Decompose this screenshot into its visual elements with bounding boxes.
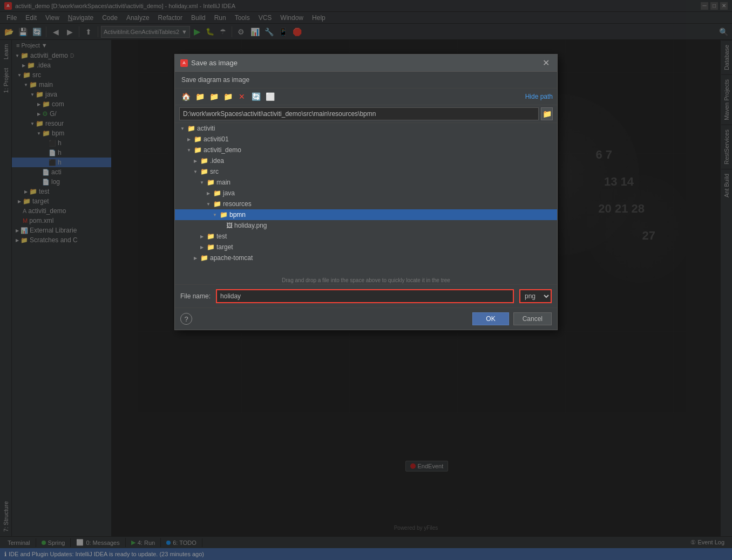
drag-drop-hint: Drag and drop a file into the space abov…: [282, 277, 450, 283]
tree-item-label: src: [210, 168, 219, 175]
folder-icon: 📁: [194, 135, 202, 143]
dialog-title-text: Save as image: [191, 59, 238, 67]
folder-icon: 📁: [200, 157, 208, 165]
tree-item-label: .idea: [210, 157, 224, 165]
folder-icon: 📁: [200, 254, 208, 262]
folder-icon: 📁: [213, 200, 221, 208]
tree-arrow: ▼: [192, 169, 199, 174]
dialog-ok-button[interactable]: OK: [472, 312, 509, 325]
tree-arrow: ▶: [205, 191, 212, 196]
dialog-path-row: 📁: [175, 105, 557, 123]
dialog-tree-activiti[interactable]: ▼ 📁 activiti: [175, 123, 557, 134]
tree-arrow: [218, 223, 225, 228]
tree-item-label: holiday.png: [234, 222, 267, 229]
file-name-input[interactable]: [216, 289, 514, 303]
tree-arrow: ▶: [199, 234, 205, 239]
tree-item-label: apache-tomcat: [210, 254, 253, 262]
dialog-tb-delete[interactable]: ✕: [235, 91, 248, 103]
dialog-tree-scroll[interactable]: ▼ 📁 activiti ▶ 📁 activiti01 ▼ 📁 activiti…: [175, 123, 557, 284]
dialog-filename-row: File name: png jpg svg gif: [175, 285, 557, 308]
dialog-tree-apache-tomcat[interactable]: ▶ 📁 apache-tomcat: [175, 252, 557, 263]
dialog-tree-holiday-png[interactable]: 🖼 holiday.png: [175, 220, 557, 231]
tree-arrow: ▼: [212, 213, 218, 217]
dialog-tb-folder3[interactable]: 📁: [221, 91, 234, 103]
dialog-title-left: A Save as image: [180, 59, 238, 67]
dialog-cancel-button[interactable]: Cancel: [513, 312, 552, 325]
tree-arrow: ▶: [186, 137, 192, 142]
dialog-file-tree: ▼ 📁 activiti ▶ 📁 activiti01 ▼ 📁 activiti…: [175, 123, 557, 285]
dialog-tb-refresh[interactable]: 🔄: [249, 91, 262, 103]
tree-arrow: ▼: [179, 126, 186, 131]
file-name-label: File name:: [180, 292, 211, 300]
folder-icon: 📁: [194, 146, 202, 154]
tree-item-label: java: [223, 189, 235, 197]
dialog-title-bar: A Save as image ✕: [175, 54, 557, 72]
folder-icon: 📁: [213, 189, 221, 197]
dialog-tb-folder2[interactable]: 📁: [207, 91, 220, 103]
tree-item-label: activiti: [197, 125, 215, 132]
tree-item-label: main: [216, 179, 231, 186]
tree-arrow: ▼: [199, 180, 205, 185]
tree-item-label: target: [216, 243, 233, 251]
dialog-tb-home[interactable]: 🏠: [179, 91, 192, 103]
dialog-toolbar: 🏠 📁 📁 📁 ✕ 🔄 ⬜ Hide path: [175, 88, 557, 105]
dialog-close-button[interactable]: ✕: [540, 58, 552, 68]
tree-item-label: activiti01: [204, 135, 229, 143]
tree-arrow: ▶: [199, 245, 205, 250]
dialog-toolbar-left: 🏠 📁 📁 📁 ✕ 🔄 ⬜: [179, 91, 276, 103]
dialog-tree-resources[interactable]: ▼ 📁 resources: [175, 199, 557, 209]
dialog-hide-path-button[interactable]: Hide path: [525, 93, 553, 100]
folder-icon: 📁: [207, 243, 215, 251]
dialog-tb-view[interactable]: ⬜: [263, 91, 276, 103]
dialog-tb-new-folder[interactable]: 📁: [193, 91, 206, 103]
dialog-subtitle: Save diagram as image: [175, 72, 557, 88]
dialog-buttons: ? OK Cancel: [175, 308, 557, 330]
dialog-tree-java[interactable]: ▶ 📁 java: [175, 188, 557, 199]
folder-icon: 📁: [220, 211, 228, 218]
tree-arrow: ▼: [186, 148, 192, 153]
dialog-tree-src[interactable]: ▼ 📁 src: [175, 166, 557, 177]
folder-icon: 📁: [187, 125, 195, 132]
dialog-browse-button[interactable]: 📁: [541, 107, 553, 120]
tree-arrow: ▶: [192, 159, 199, 163]
save-as-image-dialog: A Save as image ✕ Save diagram as image …: [174, 54, 558, 330]
dialog-tree-bpmn[interactable]: ▼ 📁 bpmn: [175, 209, 557, 220]
file-format-select[interactable]: png jpg svg gif: [519, 289, 552, 303]
dialog-tree-target[interactable]: ▶ 📁 target: [175, 242, 557, 252]
folder-icon: 📁: [200, 168, 208, 175]
dialog-tree-activiti01[interactable]: ▶ 📁 activiti01: [175, 134, 557, 145]
modal-overlay: A Save as image ✕ Save diagram as image …: [0, 0, 732, 560]
tree-arrow: ▼: [205, 202, 212, 207]
tree-arrow: ▶: [192, 256, 199, 261]
folder-icon: 📁: [207, 233, 215, 240]
tree-item-label: test: [216, 233, 227, 240]
dialog-path-input[interactable]: [179, 107, 539, 120]
dialog-action-buttons: OK Cancel: [472, 312, 552, 325]
tree-item-label: activiti_demo: [204, 146, 241, 154]
dialog-tree-main[interactable]: ▼ 📁 main: [175, 177, 557, 188]
png-file-icon: 🖼: [226, 222, 233, 229]
dialog-tree-test[interactable]: ▶ 📁 test: [175, 231, 557, 242]
tree-item-label: resources: [223, 200, 252, 208]
dialog-tree-activiti-demo[interactable]: ▼ 📁 activiti_demo: [175, 145, 557, 155]
dialog-tree-idea[interactable]: ▶ 📁 .idea: [175, 155, 557, 166]
tree-item-label: bpmn: [229, 211, 246, 218]
dialog-help-button[interactable]: ?: [180, 313, 192, 325]
dialog-app-icon: A: [180, 59, 188, 67]
folder-icon: 📁: [207, 179, 215, 186]
